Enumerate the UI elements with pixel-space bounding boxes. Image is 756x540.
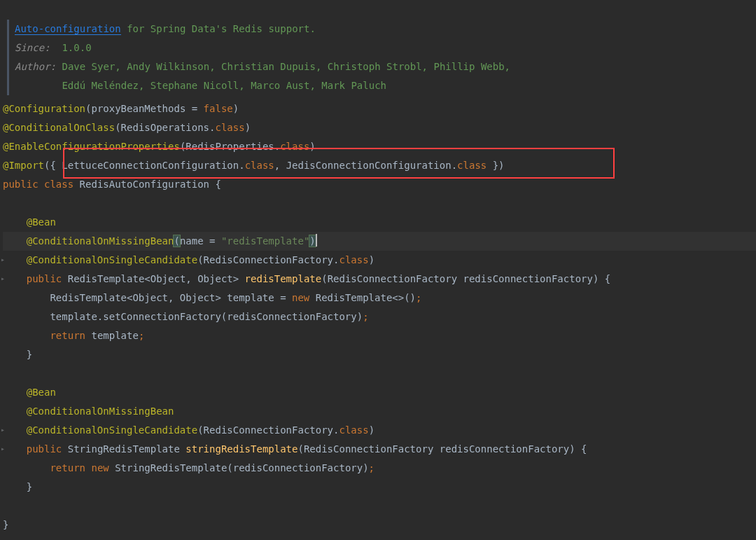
- javadoc-since: Since: 1.0.0: [15, 39, 756, 57]
- javadoc-author-line2: Eddú Meléndez, Stephane Nicoll, Marco Au…: [15, 76, 756, 95]
- annotation-conditional-single-candidate-1[interactable]: ▸ @ConditionalOnSingleCandidate(RedisCon…: [3, 251, 756, 270]
- code-line-return-string-template[interactable]: return new StringRedisTemplate(redisConn…: [3, 459, 756, 478]
- javadoc-author-line1: Author: Dave Syer, Andy Wilkinson, Chris…: [15, 57, 756, 76]
- blank-line[interactable]: [3, 364, 756, 383]
- gutter-icon[interactable]: ▸: [1, 275, 8, 282]
- annotation-enable-config-props[interactable]: @EnableConfigurationProperties(RedisProp…: [3, 137, 756, 156]
- gutter-icon[interactable]: ▸: [1, 427, 8, 434]
- annotation-bean-1[interactable]: @Bean: [3, 213, 756, 232]
- class-close-brace[interactable]: }: [3, 515, 756, 534]
- annotation-conditional-missing-bean-1[interactable]: @ConditionalOnMissingBean(name = "redisT…: [3, 232, 756, 251]
- javadoc-description: Auto-configuration for Spring Data's Red…: [15, 20, 756, 39]
- annotation-conditional-single-candidate-2[interactable]: ▸ @ConditionalOnSingleCandidate(RedisCon…: [3, 421, 756, 440]
- method-string-redis-template-decl[interactable]: ▸ public StringRedisTemplate stringRedis…: [3, 440, 756, 459]
- code-line-new-template[interactable]: RedisTemplate<Object, Object> template =…: [3, 289, 756, 307]
- method-redis-template-decl[interactable]: ▸ public RedisTemplate<Object, Object> r…: [3, 270, 756, 289]
- annotation-bean-2[interactable]: @Bean: [3, 383, 756, 402]
- method-close-brace-1[interactable]: }: [3, 345, 756, 364]
- gutter-icon[interactable]: ▸: [1, 256, 8, 263]
- class-declaration[interactable]: public class RedisAutoConfiguration {: [3, 175, 756, 194]
- blank-line[interactable]: [3, 194, 756, 213]
- code-line-return-template[interactable]: return template;: [3, 326, 756, 345]
- blank-line[interactable]: [3, 497, 756, 515]
- code-area[interactable]: @Configuration(proxyBeanMethods = false)…: [0, 99, 756, 534]
- annotation-configuration[interactable]: @Configuration(proxyBeanMethods = false): [3, 99, 756, 118]
- code-editor[interactable]: Auto-configuration for Spring Data's Red…: [0, 0, 756, 534]
- annotation-conditional-on-class[interactable]: @ConditionalOnClass(RedisOperations.clas…: [3, 118, 756, 137]
- method-close-brace-2[interactable]: }: [3, 478, 756, 497]
- text-cursor: [316, 234, 317, 247]
- javadoc-block: Auto-configuration for Spring Data's Red…: [7, 20, 756, 95]
- javadoc-link[interactable]: Auto-configuration: [15, 23, 121, 35]
- annotation-import[interactable]: @Import({ LettuceConnectionConfiguration…: [3, 156, 756, 175]
- annotation-conditional-missing-bean-2[interactable]: @ConditionalOnMissingBean: [3, 402, 756, 421]
- code-line-set-factory[interactable]: template.setConnectionFactory(redisConne…: [3, 307, 756, 326]
- gutter-icon[interactable]: ▸: [1, 445, 8, 452]
